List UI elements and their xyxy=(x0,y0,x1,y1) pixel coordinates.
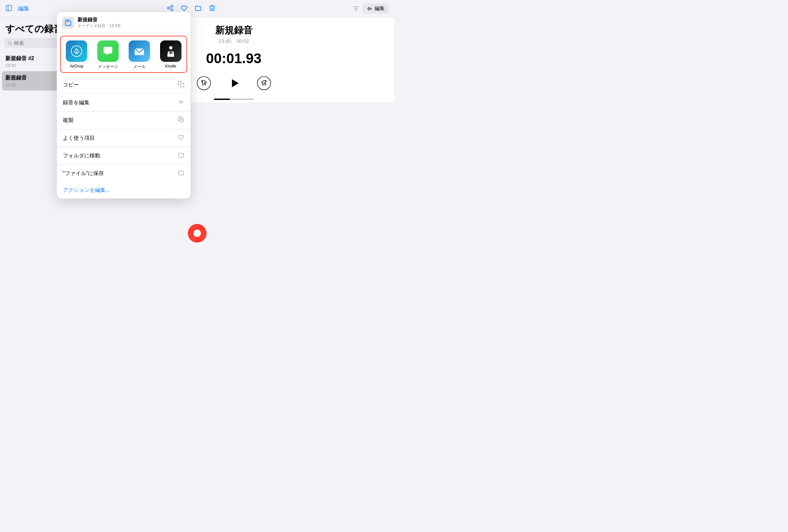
edit-recording-icon xyxy=(178,99,184,106)
share-popup: 新規録音 オーディオ録音・18 KB AirDrop メッセージ xyxy=(57,12,191,198)
svg-point-5 xyxy=(8,41,11,44)
share-button[interactable] xyxy=(166,4,174,13)
airdrop-icon xyxy=(66,40,87,62)
kindle-label: Kindle xyxy=(165,64,176,68)
kindle-item[interactable]: Kindle xyxy=(160,40,181,70)
duplicate-menu-item[interactable]: 複製 xyxy=(57,112,191,129)
kindle-symbol xyxy=(165,45,177,57)
edit-actions-button[interactable]: アクションを編集... xyxy=(57,182,191,198)
move-folder-menu-item[interactable]: フォルダに移動 xyxy=(57,147,191,165)
kindle-icon xyxy=(160,40,181,62)
messages-item[interactable]: メッセージ xyxy=(97,40,119,70)
progress-fill xyxy=(214,99,230,100)
save-files-menu-item[interactable]: "ファイル"に保存 xyxy=(57,165,191,182)
edit-recording-label: 録音を編集 xyxy=(63,99,90,106)
forward-button[interactable]: 15 xyxy=(256,75,272,91)
save-files-label: "ファイル"に保存 xyxy=(63,170,104,177)
svg-marker-28 xyxy=(232,79,239,87)
share-popup-subtitle: オーディオ録音・18 KB xyxy=(78,23,121,29)
save-files-icon xyxy=(178,170,184,177)
toolbar-left: 編集 xyxy=(5,4,29,13)
menu-list: コピー 録音を編集 複製 xyxy=(57,76,191,182)
mail-symbol xyxy=(133,45,145,57)
delete-button[interactable] xyxy=(209,4,216,13)
search-icon xyxy=(7,40,12,46)
svg-line-6 xyxy=(11,44,12,45)
mail-label: メール xyxy=(133,64,145,70)
messages-label: メッセージ xyxy=(98,64,118,70)
svg-rect-35 xyxy=(169,51,173,54)
toolbar-center xyxy=(166,4,216,13)
airdrop-item[interactable]: AirDrop xyxy=(66,40,87,70)
svg-rect-36 xyxy=(180,83,184,87)
play-button[interactable] xyxy=(225,75,243,92)
play-icon xyxy=(225,75,243,92)
mail-icon xyxy=(129,40,150,62)
duplicate-icon xyxy=(178,116,184,124)
messages-symbol xyxy=(102,45,114,57)
favorite-label: よく使う項目 xyxy=(63,135,95,142)
folder-button[interactable] xyxy=(195,4,202,13)
airdrop-label: AirDrop xyxy=(70,64,83,68)
svg-rect-0 xyxy=(6,5,12,11)
messages-icon xyxy=(97,40,119,62)
file-icon xyxy=(64,19,72,26)
svg-text:15: 15 xyxy=(262,81,267,86)
recording-meta-duration: 00:02 xyxy=(237,38,249,44)
edit-waveform-button[interactable]: 編集 xyxy=(362,3,389,14)
sidebar-toggle-button[interactable] xyxy=(5,4,13,13)
rewind-button[interactable]: 15 xyxy=(196,75,212,91)
heart-icon xyxy=(178,134,184,142)
waveform-icon xyxy=(367,6,373,12)
edit-recording-menu-item[interactable]: 録音を編集 xyxy=(57,94,191,112)
filter-button[interactable] xyxy=(353,5,360,12)
share-popup-title: 新規録音 xyxy=(78,17,121,23)
duplicate-label: 複製 xyxy=(63,117,74,124)
progress-bar xyxy=(214,99,254,100)
share-popup-file-icon xyxy=(62,17,74,29)
share-popup-info: 新規録音 オーディオ録音・18 KB xyxy=(78,17,121,29)
copy-label: コピー xyxy=(63,81,79,88)
forward-icon: 15 xyxy=(257,76,271,91)
svg-point-34 xyxy=(169,46,173,50)
share-popup-header: 新規録音 オーディオ録音・18 KB xyxy=(57,12,191,33)
copy-menu-item[interactable]: コピー xyxy=(57,76,191,94)
edit-button[interactable]: 編集 xyxy=(18,5,29,12)
recording-meta-time: 13:40 xyxy=(219,38,231,44)
rewind-icon: 15 xyxy=(197,76,211,91)
mail-item[interactable]: メール xyxy=(129,40,150,70)
svg-point-31 xyxy=(71,46,82,57)
favorite-button[interactable] xyxy=(180,4,188,13)
move-folder-label: フォルダに移動 xyxy=(63,152,100,159)
favorite-menu-item[interactable]: よく使う項目 xyxy=(57,129,191,147)
app-icons-section: AirDrop メッセージ メール xyxy=(60,36,187,73)
airdrop-symbol xyxy=(71,45,82,57)
folder-move-icon xyxy=(178,152,184,160)
toolbar-right: 編集 xyxy=(353,3,389,14)
copy-icon xyxy=(178,81,184,89)
edit-waveform-label: 編集 xyxy=(375,5,385,12)
